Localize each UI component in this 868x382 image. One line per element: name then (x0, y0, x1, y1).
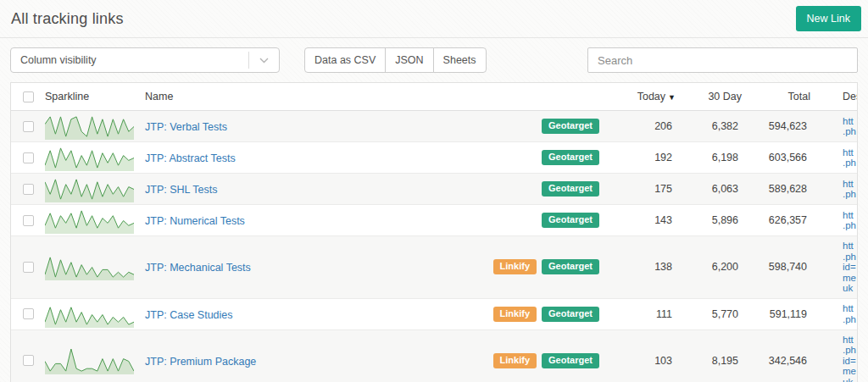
sort-desc-icon: ▼ (668, 93, 676, 102)
table-header-row: Sparkline Name Today▼ 30 Day Total Desti… (11, 83, 858, 111)
today-value: 206 (608, 120, 684, 132)
link-name[interactable]: JTP: SHL Tests (145, 184, 217, 196)
column-visibility-dropdown[interactable]: Column visibility (10, 47, 280, 73)
column-header-today[interactable]: Today▼ (608, 91, 684, 102)
sparkline-chart (45, 174, 145, 204)
row-checkbox[interactable] (23, 215, 34, 226)
table-controls: Column visibility Data as CSV JSON Sheet… (10, 47, 858, 73)
tag-badges: LinkifyGeotarget (450, 259, 608, 274)
link-name[interactable]: JTP: Mechanical Tests (145, 262, 251, 274)
export-json-button[interactable]: JSON (385, 47, 433, 73)
thirty-day-value: 6,382 (684, 120, 750, 132)
thirty-day-value: 8,195 (684, 355, 750, 367)
tag-badge-geotarget: Geotarget (542, 307, 599, 322)
link-name[interactable]: JTP: Verbal Tests (145, 121, 227, 133)
total-value: 591,119 (750, 308, 819, 320)
chevron-down-icon (248, 52, 279, 69)
tag-badge-geotarget: Geotarget (542, 259, 599, 274)
tag-badges: Geotarget (450, 150, 608, 165)
sparkline-chart (45, 252, 145, 282)
tag-badges: LinkifyGeotarget (450, 307, 608, 322)
sparkline-chart (45, 205, 145, 235)
tag-badge-linkify: Linkify (493, 307, 537, 322)
today-value: 175 (608, 183, 684, 195)
total-value: 598,740 (750, 261, 819, 273)
today-value: 143 (608, 214, 684, 226)
tag-badge-geotarget: Geotarget (542, 150, 599, 165)
destination-link[interactable]: htt.ph (819, 174, 858, 204)
row-checkbox[interactable] (23, 262, 34, 273)
table-row: JTP: Case Studies LinkifyGeotarget 111 5… (11, 299, 858, 330)
tag-badge-geotarget: Geotarget (542, 353, 599, 368)
export-sheets-button[interactable]: Sheets (433, 47, 487, 73)
tag-badge-linkify: Linkify (493, 353, 537, 368)
destination-link[interactable]: htt.ph (819, 206, 858, 235)
table-row: JTP: SHL Tests Geotarget 175 6,063 589,6… (11, 174, 858, 205)
select-all-checkbox[interactable] (23, 91, 34, 102)
link-name[interactable]: JTP: Abstract Tests (145, 152, 236, 164)
column-header-total[interactable]: Total (750, 91, 819, 102)
sparkline-chart (45, 111, 145, 141)
column-header-sparkline: Sparkline (45, 91, 145, 102)
row-checkbox[interactable] (23, 152, 34, 163)
today-value: 138 (608, 261, 684, 273)
search-input[interactable] (587, 47, 858, 73)
tag-badges: Geotarget (450, 119, 608, 134)
table-row: JTP: Verbal Tests Geotarget 206 6,382 59… (11, 111, 858, 142)
thirty-day-value: 5,770 (684, 308, 750, 320)
row-checkbox[interactable] (23, 308, 34, 319)
destination-link[interactable]: htt.phid=meuk (819, 330, 858, 382)
sparkline-chart (45, 142, 145, 173)
today-value: 103 (608, 355, 684, 367)
row-checkbox[interactable] (23, 184, 34, 195)
total-value: 594,623 (750, 120, 819, 132)
column-header-name[interactable]: Name (145, 91, 450, 102)
destination-link[interactable]: htt.ph (819, 299, 858, 329)
sparkline-chart (45, 346, 145, 376)
column-header-destination[interactable]: Destination (819, 91, 858, 102)
tag-badges: Geotarget (450, 213, 608, 228)
tag-badges: LinkifyGeotarget (450, 353, 608, 368)
destination-link[interactable]: htt.ph (819, 112, 858, 141)
tag-badge-geotarget: Geotarget (542, 119, 599, 134)
page-title: All tracking links (11, 10, 124, 28)
total-value: 603,566 (750, 152, 819, 163)
thirty-day-value: 6,063 (684, 183, 750, 195)
link-name[interactable]: JTP: Premium Package (145, 356, 256, 368)
total-value: 589,628 (750, 183, 819, 195)
tag-badge-geotarget: Geotarget (542, 181, 599, 197)
column-visibility-label: Column visibility (11, 54, 106, 66)
table-row: JTP: Mechanical Tests LinkifyGeotarget 1… (11, 236, 858, 299)
today-value: 192 (608, 152, 684, 163)
tag-badge-geotarget: Geotarget (542, 213, 599, 228)
table-row: JTP: Abstract Tests Geotarget 192 6,198 … (11, 142, 858, 174)
row-checkbox[interactable] (23, 121, 34, 132)
destination-link[interactable]: htt.phid=meuk (819, 236, 858, 298)
thirty-day-value: 5,896 (684, 214, 750, 226)
row-checkbox[interactable] (23, 355, 34, 366)
thirty-day-value: 6,198 (684, 152, 750, 163)
link-name[interactable]: JTP: Case Studies (145, 309, 233, 321)
destination-link[interactable]: htt.ph (819, 143, 858, 173)
new-link-button[interactable]: New Link (796, 6, 861, 31)
link-name[interactable]: JTP: Numerical Tests (145, 215, 245, 227)
top-bar: All tracking links New Link (0, 0, 868, 38)
table-row: JTP: Numerical Tests Geotarget 143 5,896… (11, 205, 858, 236)
total-value: 342,546 (750, 355, 819, 367)
tracking-links-table: Sparkline Name Today▼ 30 Day Total Desti… (10, 82, 858, 382)
total-value: 626,357 (750, 214, 819, 226)
export-csv-button[interactable]: Data as CSV (304, 47, 386, 73)
export-button-group: Data as CSV JSON Sheets (304, 47, 487, 73)
tag-badge-linkify: Linkify (493, 259, 537, 274)
tag-badges: Geotarget (450, 181, 608, 197)
thirty-day-value: 6,200 (684, 261, 750, 273)
today-value: 111 (608, 308, 684, 320)
sparkline-chart (45, 299, 145, 329)
column-header-30day[interactable]: 30 Day (684, 91, 750, 102)
table-row: JTP: Premium Package LinkifyGeotarget 10… (11, 330, 858, 382)
